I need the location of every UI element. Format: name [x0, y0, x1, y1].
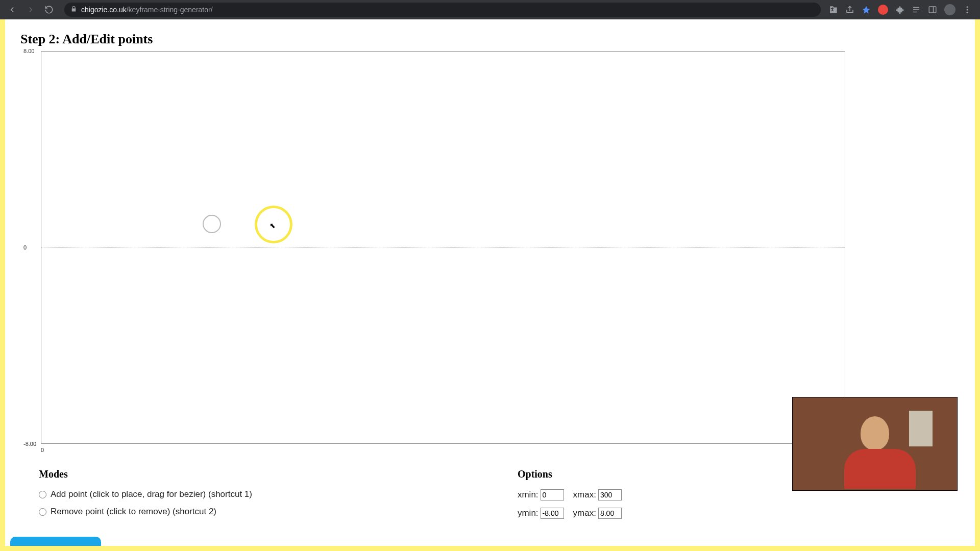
- mode-add-radio[interactable]: [39, 491, 46, 498]
- step-heading: Step 2: Add/Edit points: [20, 32, 960, 47]
- x-axis-origin-label: 0: [41, 447, 44, 453]
- options-column: Options xmin: xmax: ymin: ymax:: [518, 468, 622, 526]
- graph-area: 8.00 0 -8.00 ⬉ 0: [41, 51, 960, 444]
- x-range-row: xmin: xmax:: [518, 489, 622, 500]
- reading-list-icon[interactable]: [912, 5, 921, 14]
- profile-avatar[interactable]: [944, 4, 955, 15]
- webcam-overlay: [792, 397, 958, 491]
- browser-action-icons: [829, 4, 975, 15]
- url-text: chigozie.co.uk/keyframe-string-generator…: [81, 6, 213, 14]
- kebab-menu-icon[interactable]: [963, 5, 972, 14]
- mode-remove-label: Remove point (click to remove) (shortcut…: [51, 507, 216, 517]
- bookmark-star-icon[interactable]: [862, 5, 871, 14]
- mode-remove-row[interactable]: Remove point (click to remove) (shortcut…: [39, 507, 252, 517]
- y-axis-zero-label: 0: [23, 244, 27, 251]
- ymin-input[interactable]: [541, 508, 564, 519]
- ymax-label: ymax:: [573, 508, 596, 518]
- mode-add-row[interactable]: Add point (click to place, drag for bezi…: [39, 489, 252, 499]
- extension-ublock-icon[interactable]: [878, 5, 888, 15]
- mode-remove-radio[interactable]: [39, 508, 46, 516]
- browser-toolbar: chigozie.co.uk/keyframe-string-generator…: [0, 0, 980, 19]
- webcam-person: [844, 416, 905, 490]
- keyframe-point[interactable]: [203, 215, 221, 233]
- extensions-puzzle-icon[interactable]: [895, 5, 904, 14]
- xmax-label: xmax:: [573, 490, 596, 500]
- address-bar[interactable]: chigozie.co.uk/keyframe-string-generator…: [64, 3, 821, 17]
- cursor-highlight: ⬉: [255, 206, 292, 243]
- cursor-pointer-icon: ⬉: [270, 221, 276, 230]
- mode-add-label: Add point (click to place, drag for bezi…: [51, 489, 252, 499]
- back-button[interactable]: [5, 3, 19, 17]
- y-range-row: ymin: ymax:: [518, 508, 622, 519]
- modes-heading: Modes: [39, 468, 252, 480]
- xmin-label: xmin:: [518, 490, 538, 500]
- ymin-label: ymin:: [518, 508, 538, 518]
- share-icon[interactable]: [845, 5, 854, 14]
- graph-canvas[interactable]: ⬉: [41, 51, 845, 444]
- y-axis-max-label: 8.00: [23, 48, 34, 54]
- reload-button[interactable]: [42, 3, 56, 17]
- forward-button[interactable]: [23, 3, 38, 17]
- xmax-input[interactable]: [598, 489, 622, 500]
- svg-point-3: [967, 12, 968, 13]
- graph-zero-line: [41, 247, 845, 248]
- y-axis-min-label: -8.00: [23, 441, 36, 447]
- xmin-input[interactable]: [541, 489, 564, 500]
- bottom-widget[interactable]: [10, 537, 101, 546]
- translate-icon[interactable]: [829, 5, 838, 14]
- svg-point-1: [967, 6, 968, 8]
- page-background: Step 2: Add/Edit points 8.00 0 -8.00 ⬉ 0…: [0, 19, 980, 551]
- page-content: Step 2: Add/Edit points 8.00 0 -8.00 ⬉ 0…: [5, 19, 975, 546]
- svg-point-2: [967, 9, 968, 11]
- webcam-background-object: [909, 411, 933, 446]
- modes-column: Modes Add point (click to place, drag fo…: [39, 468, 252, 526]
- side-panel-icon[interactable]: [928, 5, 937, 14]
- ymax-input[interactable]: [598, 508, 622, 519]
- svg-rect-0: [929, 7, 936, 13]
- lock-icon: [70, 6, 77, 14]
- options-heading: Options: [518, 468, 622, 480]
